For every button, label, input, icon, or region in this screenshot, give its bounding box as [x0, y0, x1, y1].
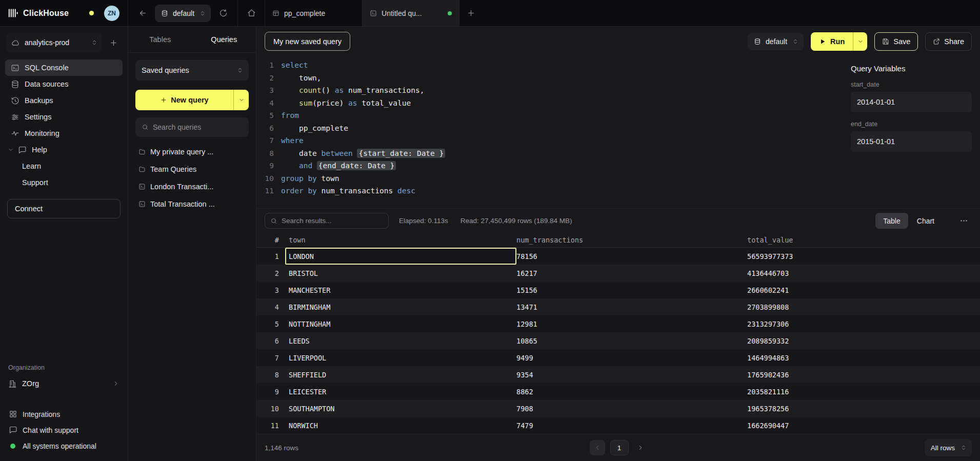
saved-queries-dropdown[interactable]: Saved queries — [135, 60, 249, 81]
end-date-input[interactable] — [851, 131, 972, 152]
cell-total-value[interactable]: 4136446703 — [747, 265, 980, 282]
connect-button[interactable]: Connect — [7, 199, 121, 218]
cell-num-transactions[interactable]: 9499 — [516, 349, 747, 366]
column-header-num-transactions[interactable]: num_transactions — [516, 233, 747, 247]
sidebar-item-data-sources[interactable]: Data sources — [5, 76, 123, 92]
cell-total-value[interactable]: 2313297306 — [747, 315, 980, 332]
table-row[interactable]: 5NOTTINGHAM129812313297306 — [256, 315, 980, 332]
cell-town[interactable]: LIVERPOOL — [285, 349, 516, 366]
next-page-button[interactable] — [634, 444, 647, 451]
refresh-button[interactable] — [215, 5, 231, 22]
cell-num-transactions[interactable]: 10865 — [516, 332, 747, 349]
previous-page-button[interactable] — [590, 440, 605, 455]
table-row[interactable]: 2BRISTOL162174136446703 — [256, 265, 980, 282]
sidebar-item-backups[interactable]: Backups — [5, 92, 123, 109]
avatar[interactable]: ZN — [104, 6, 119, 21]
cell-num-transactions[interactable]: 13471 — [516, 298, 747, 315]
saved-query-item-total-transaction[interactable]: Total Transaction ... — [135, 195, 249, 212]
sidebar-subitem-support[interactable]: Support — [5, 174, 123, 191]
new-query-options-button[interactable] — [233, 90, 249, 110]
cell-town[interactable]: BRISTOL — [285, 265, 516, 282]
cell-town[interactable]: NORWICH — [285, 417, 516, 434]
tab-untitled-query[interactable]: Untitled qu... — [362, 0, 459, 26]
tab-tables[interactable]: Tables — [128, 27, 192, 52]
editor-database-selector[interactable]: default — [748, 33, 804, 50]
cell-town[interactable]: LONDON — [285, 248, 516, 265]
chevron-down-icon — [857, 38, 864, 45]
cell-num-transactions[interactable]: 7479 — [516, 417, 747, 434]
tab-pp-complete[interactable]: pp_complete — [265, 0, 362, 26]
results-more-options-button[interactable] — [955, 213, 972, 229]
table-row[interactable]: 11NORWICH74791662690447 — [256, 417, 980, 434]
cell-town[interactable]: SOUTHAMPTON — [285, 400, 516, 417]
table-row[interactable]: 3MANCHESTER151562660602241 — [256, 282, 980, 298]
cell-town[interactable]: BIRMINGHAM — [285, 298, 516, 315]
notification-dot[interactable] — [89, 11, 94, 15]
topbar-database-selector[interactable]: default — [155, 5, 211, 22]
column-header-index[interactable]: # — [256, 233, 285, 247]
page-size-selector[interactable]: All rows — [925, 439, 972, 456]
cell-total-value[interactable]: 56593977373 — [747, 248, 980, 265]
sidebar-item-settings[interactable]: Settings — [5, 109, 123, 125]
cell-town[interactable]: SHEFFIELD — [285, 366, 516, 383]
cell-town[interactable]: MANCHESTER — [285, 282, 516, 298]
sidebar-subitem-learn[interactable]: Learn — [5, 158, 123, 174]
cell-num-transactions[interactable]: 7908 — [516, 400, 747, 417]
sidebar-item-sql-console[interactable]: SQL Console — [5, 59, 123, 76]
cell-total-value[interactable]: 1765902436 — [747, 366, 980, 383]
current-page[interactable]: 1 — [610, 440, 629, 455]
sidebar-footer-chat-with-support[interactable]: Chat with support — [8, 422, 119, 438]
search-queries-input[interactable] — [153, 123, 243, 131]
table-row[interactable]: 8SHEFFIELD93541765902436 — [256, 366, 980, 383]
sql-editor[interactable]: 1select2 town,3 count() as num_transacti… — [256, 56, 843, 208]
run-button[interactable]: Run — [811, 32, 853, 51]
table-row[interactable]: 1LONDON7815656593977373 — [256, 248, 980, 265]
table-row[interactable]: 4BIRMINGHAM134712703899808 — [256, 298, 980, 315]
cell-num-transactions[interactable]: 12981 — [516, 315, 747, 332]
cell-total-value[interactable]: 1662690447 — [747, 417, 980, 434]
back-button[interactable] — [134, 5, 151, 22]
cell-town[interactable]: LEICESTER — [285, 383, 516, 400]
new-tab-button[interactable] — [463, 5, 479, 22]
home-button[interactable] — [243, 5, 259, 22]
saved-query-tab[interactable]: My new saved query — [265, 32, 350, 51]
saved-query-item-london-transacti[interactable]: London Transacti... — [135, 178, 249, 195]
sidebar-footer-integrations[interactable]: Integrations — [8, 406, 119, 422]
cell-num-transactions[interactable]: 15156 — [516, 282, 747, 298]
column-header-town[interactable]: town — [285, 233, 516, 247]
start-date-input[interactable] — [851, 92, 972, 112]
cell-town[interactable]: LEEDS — [285, 332, 516, 349]
tab-queries[interactable]: Queries — [192, 27, 256, 52]
organization-row[interactable]: ZOrg — [8, 374, 119, 393]
add-service-button[interactable] — [105, 34, 122, 51]
cell-total-value[interactable]: 1965378256 — [747, 400, 980, 417]
saved-query-item-team-queries[interactable]: Team Queries — [135, 161, 249, 177]
cell-total-value[interactable]: 2089859332 — [747, 332, 980, 349]
saved-query-item-my-private-query[interactable]: My private query ... — [135, 143, 249, 160]
service-selector[interactable]: analytics-prod — [6, 33, 102, 52]
cell-num-transactions[interactable]: 78156 — [516, 248, 747, 265]
cell-town[interactable]: NOTTINGHAM — [285, 315, 516, 332]
cell-num-transactions[interactable]: 9354 — [516, 366, 747, 383]
table-row[interactable]: 10SOUTHAMPTON79081965378256 — [256, 400, 980, 417]
cell-total-value[interactable]: 1464994863 — [747, 349, 980, 366]
cell-total-value[interactable]: 2035821116 — [747, 383, 980, 400]
share-button[interactable]: Share — [925, 32, 972, 51]
cell-num-transactions[interactable]: 16217 — [516, 265, 747, 282]
new-query-button[interactable]: New query — [135, 90, 233, 110]
column-header-total-value[interactable]: total_value — [747, 233, 980, 247]
sidebar-item-monitoring[interactable]: Monitoring — [5, 125, 123, 142]
search-results-input[interactable] — [282, 217, 383, 225]
cell-num-transactions[interactable]: 8862 — [516, 383, 747, 400]
table-row[interactable]: 9LEICESTER88622035821116 — [256, 383, 980, 400]
run-options-button[interactable] — [853, 32, 867, 51]
sidebar-footer-all-systems-operational[interactable]: All systems operational — [8, 438, 119, 454]
table-row[interactable]: 6LEEDS108652089859332 — [256, 332, 980, 349]
sidebar-item-help[interactable]: Help — [5, 142, 123, 158]
cell-total-value[interactable]: 2660602241 — [747, 282, 980, 298]
view-table-button[interactable]: Table — [875, 213, 908, 229]
view-chart-button[interactable]: Chart — [909, 213, 942, 229]
save-button[interactable]: Save — [874, 32, 918, 51]
table-row[interactable]: 7LIVERPOOL94991464994863 — [256, 349, 980, 366]
cell-total-value[interactable]: 2703899808 — [747, 298, 980, 315]
